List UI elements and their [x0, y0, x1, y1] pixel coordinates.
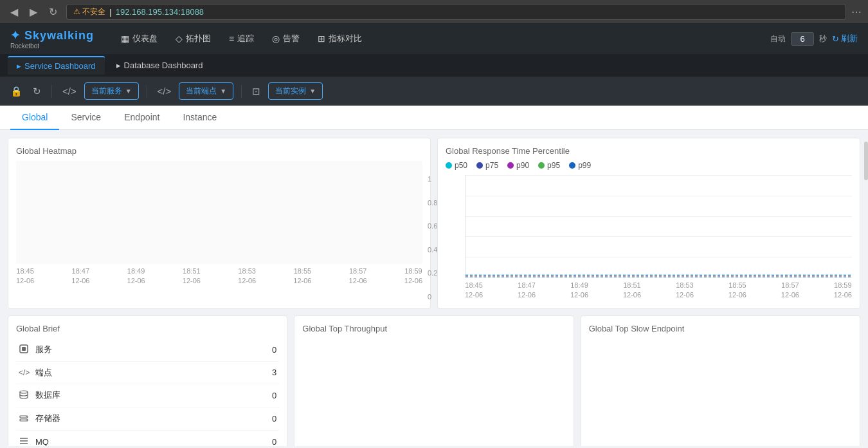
current-service-label: 当前服务 [91, 86, 122, 97]
endpoints-count: 3 [272, 368, 276, 377]
auto-label: 自动 [770, 33, 786, 44]
percentile-panel: Global Response Time Percentile p50 p75 … [437, 138, 860, 309]
time-label-6: 18:5712-06 [349, 266, 367, 286]
gridline-3 [466, 216, 852, 217]
instance-caret-icon: ▼ [309, 88, 316, 95]
tab-service[interactable]: Service [59, 106, 113, 130]
tab-global-label: Global [22, 112, 48, 122]
tab-database-dashboard-label: Database Dashboard [124, 61, 203, 70]
dashboard-icon: ▦ [121, 33, 129, 44]
logo-title: ✦ Skywalking [10, 28, 94, 42]
nav-trace[interactable]: ≡ 追踪 [221, 29, 262, 48]
content-tabs: Global Service Endpoint Instance [0, 106, 868, 130]
refresh-icon: ↻ [832, 34, 839, 44]
gridline-2 [466, 196, 852, 196]
nav-topology[interactable]: ◇ 拓扑图 [168, 29, 219, 48]
tab-service-label: Service [71, 112, 101, 122]
nav-dashboard[interactable]: ▦ 仪表盘 [113, 29, 165, 48]
nav-compare-label: 指标对比 [329, 33, 362, 44]
legend-dot-p99 [569, 162, 575, 169]
time-label-2: 18:4912-06 [127, 266, 145, 286]
bottom-row: Global Brief 服务 0 </> 端点 3 数据库 0 [8, 315, 860, 446]
legend-label-p90: p90 [516, 161, 529, 170]
database-label: 数据库 [35, 389, 272, 401]
tab-endpoint[interactable]: Endpoint [113, 106, 171, 130]
y-gridlines [466, 175, 852, 277]
brief-item-services: 服务 0 [16, 339, 279, 362]
y-label-5: 0.2 [428, 269, 437, 277]
y-label-1: 1 [428, 175, 437, 183]
refresh-label: 刷新 [841, 33, 858, 44]
forward-button[interactable]: ▶ [26, 5, 41, 19]
percentile-chart-container: 1 0.8 0.6 0.4 0.2 0 [446, 175, 852, 301]
y-label-4: 0.4 [428, 246, 437, 254]
storage-label: 存储器 [35, 413, 272, 424]
legend-dot-p90 [507, 162, 514, 169]
mq-icon [19, 436, 30, 446]
brief-title: Global Brief [16, 324, 279, 333]
monitor-icon: ⊡ [249, 83, 263, 100]
percentile-time-axis: 18:4512-06 18:4712-06 18:4912-06 18:5112… [465, 278, 852, 301]
legend-p99: p99 [569, 161, 591, 170]
main-content: Global Heatmap 18:4512-06 18:4712-06 18:… [0, 130, 868, 446]
y-label-2: 0.8 [428, 199, 437, 207]
nav-compare[interactable]: ⊞ 指标对比 [310, 29, 370, 48]
main-nav: ▦ 仪表盘 ◇ 拓扑图 ≡ 追踪 ◎ 告警 ⊞ 指标对比 [113, 29, 757, 48]
back-button[interactable]: ◀ [6, 5, 22, 19]
services-count: 0 [272, 345, 276, 355]
brief-item-database: 数据库 0 [16, 384, 279, 407]
current-service-button[interactable]: 当前服务 ▼ [84, 82, 139, 100]
nav-alert-label: 告警 [283, 33, 300, 44]
database-icon [19, 389, 30, 402]
browser-more-button[interactable]: ⋯ [851, 6, 862, 18]
refresh-toolbar-icon[interactable]: ↻ [30, 83, 44, 100]
logo-icon: ✦ [10, 29, 24, 42]
pct-time-7: 18:5912-06 [834, 281, 852, 301]
refresh-button[interactable]: ↻ 刷新 [832, 33, 858, 44]
alert-icon: ◎ [272, 33, 280, 44]
address-bar[interactable]: ⚠ 不安全 | 192.168.195.134:18088 [66, 4, 846, 20]
tab-instance[interactable]: Instance [171, 106, 228, 130]
app-header: ✦ Skywalking Rocketbot ▦ 仪表盘 ◇ 拓扑图 ≡ 追踪 … [0, 23, 868, 54]
current-instance-button[interactable]: 当前实例 ▼ [268, 82, 323, 100]
y-axis: 1 0.8 0.6 0.4 0.2 0 [428, 175, 437, 301]
pct-time-6: 18:5712-06 [781, 281, 799, 301]
y-label-6: 0 [428, 293, 437, 301]
toolbar-separator-1 [51, 85, 52, 98]
tab-database-dashboard[interactable]: ▸ Database Dashboard [107, 57, 212, 74]
service-caret-icon: ▼ [125, 88, 132, 95]
global-brief-panel: Global Brief 服务 0 </> 端点 3 数据库 0 [8, 315, 287, 446]
browser-navigation: ◀ ▶ ↻ [6, 5, 61, 19]
current-endpoint-button[interactable]: 当前端点 ▼ [179, 82, 233, 100]
heatmap-svg [16, 161, 422, 264]
heatmap-time-axis: 18:4512-06 18:4712-06 18:4912-06 18:5112… [16, 264, 422, 286]
reload-button[interactable]: ↻ [45, 5, 61, 19]
endpoint-caret-icon: ▼ [220, 88, 226, 95]
legend-label-p75: p75 [485, 161, 498, 170]
database-count: 0 [272, 391, 276, 400]
pct-time-4: 18:5312-06 [676, 281, 694, 301]
gridline-5 [466, 257, 852, 257]
tab-service-dashboard[interactable]: ▸ Service Dashboard [8, 56, 105, 75]
time-label-5: 18:5512-06 [293, 266, 311, 286]
toolbar-separator-3 [241, 85, 242, 98]
scrollbar[interactable] [864, 142, 868, 180]
services-label: 服务 [35, 344, 272, 355]
y-label-3: 0.6 [428, 222, 437, 230]
tab-global[interactable]: Global [10, 106, 59, 130]
refresh-interval-input[interactable] [791, 32, 814, 46]
tab-service-dashboard-label: Service Dashboard [24, 61, 96, 71]
pct-time-3: 18:5112-06 [623, 281, 641, 301]
time-label-1: 18:4712-06 [71, 266, 89, 286]
pct-time-0: 18:4512-06 [465, 281, 483, 301]
time-label-0: 18:4512-06 [16, 266, 34, 286]
time-label-4: 18:5312-06 [238, 266, 256, 286]
nav-dashboard-label: 仪表盘 [132, 33, 158, 44]
nav-alert[interactable]: ◎ 告警 [264, 29, 307, 48]
percentile-legend: p50 p75 p90 p95 p99 [446, 161, 852, 170]
trace-icon: ≡ [229, 33, 234, 44]
current-endpoint-label: 当前端点 [186, 86, 217, 97]
legend-label-p50: p50 [455, 161, 467, 170]
throughput-title: Global Top Throughput [302, 324, 565, 333]
heatmap-title: Global Heatmap [16, 146, 422, 156]
